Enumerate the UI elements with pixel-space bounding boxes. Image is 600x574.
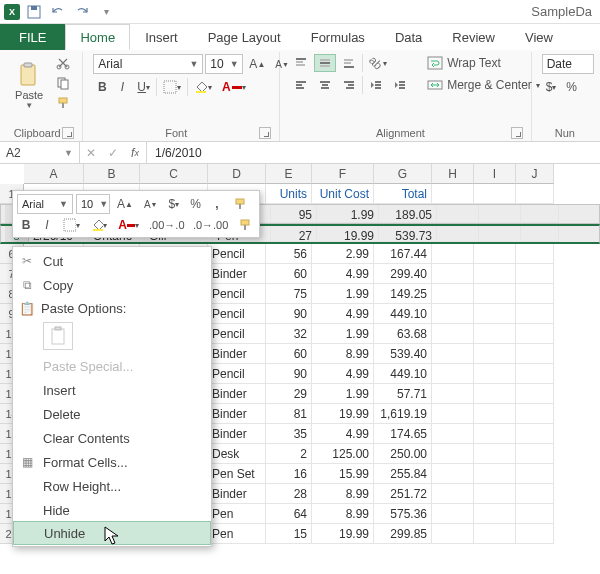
font-size-select[interactable]: 10▼ [205,54,243,74]
cell[interactable]: Binder [208,264,266,284]
cell[interactable]: 4.99 [312,304,374,324]
mini-currency[interactable]: $▾ [165,195,184,213]
percent-button[interactable]: % [562,78,581,96]
col-header-G[interactable]: G [374,164,432,184]
cell[interactable]: Binder [208,384,266,404]
cell[interactable]: 8.99 [312,484,374,504]
cell[interactable] [432,184,474,204]
cell[interactable]: Binder [208,344,266,364]
cell[interactable]: Pencil [208,304,266,324]
cell[interactable]: 4.99 [312,424,374,444]
cell[interactable]: 189.05 [379,205,437,223]
cell[interactable]: 19.99 [312,404,374,424]
cancel-fx-button[interactable]: ✕ [80,144,102,162]
cell[interactable]: Desk [208,444,266,464]
align-right-button[interactable] [338,76,360,94]
cell[interactable]: 57.71 [374,384,432,404]
increase-font-button[interactable]: A▲ [245,55,269,73]
alignment-dialog-launcher[interactable] [511,127,523,139]
tab-page-layout[interactable]: Page Layout [193,24,296,50]
cell[interactable] [474,244,516,264]
decrease-indent-button[interactable] [365,76,387,94]
cell[interactable]: 4.99 [312,264,374,284]
cell[interactable]: 95 [271,205,317,223]
name-box[interactable]: A2▼ [0,142,80,163]
ctx-row-height[interactable]: Row Height... [13,474,211,498]
increase-indent-button[interactable] [389,76,411,94]
merge-center-button[interactable]: Merge & Center ▾ [423,76,551,94]
font-family-select[interactable]: Arial▼ [93,54,203,74]
cell[interactable]: 255.84 [374,464,432,484]
tab-file[interactable]: FILE [0,24,65,50]
orientation-button[interactable]: ab▾ [365,54,390,72]
col-header-H[interactable]: H [432,164,474,184]
tab-insert[interactable]: Insert [130,24,193,50]
cell[interactable]: Pencil [208,284,266,304]
cell[interactable] [474,484,516,504]
cell[interactable]: 449.10 [374,364,432,384]
cell[interactable] [516,244,554,264]
cell[interactable]: 15.99 [312,464,374,484]
cell[interactable]: Binder [208,484,266,504]
underline-button[interactable]: U▾ [133,78,154,96]
cell[interactable] [432,304,474,324]
mini-font-family[interactable]: Arial▼ [17,194,73,214]
cell[interactable]: Units [266,184,312,204]
mini-painter[interactable] [229,195,251,213]
cell[interactable]: 449.10 [374,304,432,324]
cell[interactable]: 4.99 [312,364,374,384]
ctx-clear-contents[interactable]: Clear Contents [13,426,211,450]
mini-percent[interactable]: % [186,195,205,213]
cell[interactable] [516,364,554,384]
tab-home[interactable]: Home [65,24,130,50]
mini-inc-decimal[interactable]: .0→.00 [190,216,231,234]
enter-fx-button[interactable]: ✓ [102,144,124,162]
paste-option-default[interactable] [43,322,73,350]
cell[interactable]: Total [374,184,432,204]
tab-review[interactable]: Review [437,24,510,50]
cell[interactable]: 250.00 [374,444,432,464]
cell[interactable]: 149.25 [374,284,432,304]
currency-button[interactable]: $▾ [542,78,561,96]
cell[interactable] [432,284,474,304]
col-header-C[interactable]: C [140,164,208,184]
format-painter-button[interactable] [52,94,74,112]
cut-button[interactable] [52,54,74,72]
cell[interactable] [516,304,554,324]
ctx-copy[interactable]: ⧉Copy [13,273,211,297]
cell[interactable] [432,404,474,424]
cell[interactable]: 1.99 [312,324,374,344]
cell[interactable]: 81 [266,404,312,424]
cell[interactable]: Pencil [208,364,266,384]
cell[interactable]: 167.44 [374,244,432,264]
cell[interactable]: 2.99 [312,244,374,264]
mini-font-color[interactable]: A▾ [114,216,143,234]
cell[interactable]: 299.40 [374,264,432,284]
cell[interactable]: 2 [266,444,312,464]
cell[interactable] [432,524,474,544]
mini-italic[interactable]: I [38,216,56,234]
ctx-unhide[interactable]: Unhide [13,521,211,545]
cell[interactable] [479,226,521,242]
col-header-A[interactable]: A [24,164,84,184]
cell[interactable] [474,404,516,424]
cell[interactable] [521,226,559,242]
cell[interactable]: 63.68 [374,324,432,344]
cell[interactable]: 16 [266,464,312,484]
align-bottom-button[interactable] [338,54,360,72]
col-header-E[interactable]: E [266,164,312,184]
align-center-button[interactable] [314,76,336,94]
cell[interactable]: 1.99 [312,384,374,404]
wrap-text-button[interactable]: Wrap Text [423,54,543,72]
cell[interactable]: 15 [266,524,312,544]
mini-comma[interactable]: , [208,195,226,213]
font-dialog-launcher[interactable] [259,127,271,139]
fill-color-button[interactable]: ▾ [190,78,216,96]
cell[interactable] [432,504,474,524]
cell[interactable]: 539.40 [374,344,432,364]
cell[interactable]: 575.36 [374,504,432,524]
ctx-cut[interactable]: ✂Cut [13,249,211,273]
cell[interactable] [516,404,554,424]
cell[interactable] [474,384,516,404]
cell[interactable] [432,264,474,284]
